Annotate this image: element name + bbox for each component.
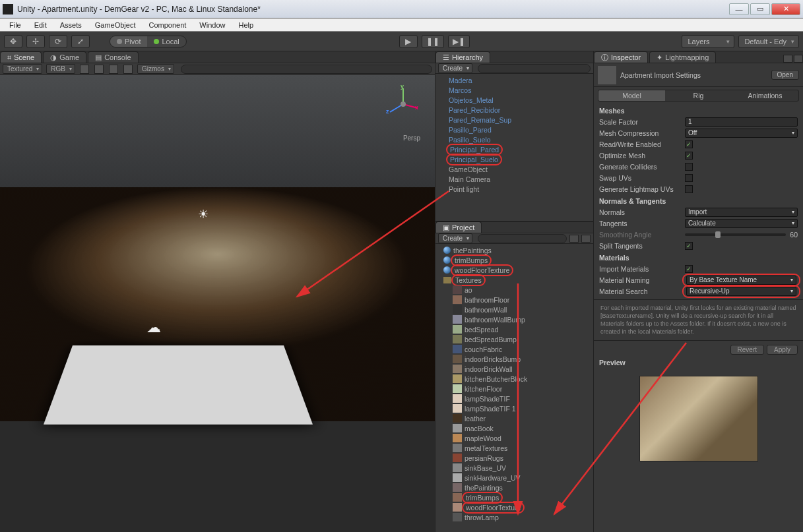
audio-toggle-icon[interactable]: [109, 65, 118, 74]
project-texture-item[interactable]: bedSpread: [435, 324, 593, 334]
tab-animations[interactable]: Animations: [732, 90, 798, 101]
tab-project[interactable]: ▣ Project: [435, 222, 482, 233]
hierarchy-item[interactable]: Point light: [435, 184, 593, 194]
project-material-item[interactable]: thePaintings: [435, 245, 593, 255]
camera-gizmo-icon[interactable]: ☁: [146, 319, 161, 336]
project-texture-item[interactable]: sinkBase_UV: [435, 463, 593, 473]
hierarchy-item[interactable]: Pasillo_Pared: [435, 125, 593, 134]
project-texture-item[interactable]: ao: [435, 285, 593, 295]
project-texture-item[interactable]: macBook: [435, 423, 593, 433]
import-tabs[interactable]: Model Rig Animations: [598, 90, 799, 102]
project-texture-item[interactable]: lampShadeTIF 1: [435, 403, 593, 413]
project-texture-item[interactable]: indoorBricksBump: [435, 354, 593, 364]
hierarchy-item[interactable]: Marcos: [435, 85, 593, 95]
material-search-dropdown[interactable]: Recursive-Up: [686, 287, 796, 296]
scale-factor-field[interactable]: 1: [685, 117, 798, 127]
normals-dropdown[interactable]: Import: [685, 208, 798, 217]
tab-rig[interactable]: Rig: [665, 90, 732, 101]
project-texture-item[interactable]: bathroomWallBump: [435, 314, 593, 324]
2d-toggle-icon[interactable]: [80, 65, 89, 74]
scene-viewport[interactable]: ☀ ☁ yxz Persp: [0, 75, 435, 532]
tab-console[interactable]: ▤Console: [88, 51, 138, 63]
hierarchy-item[interactable]: Pared_Recibidor: [435, 105, 593, 115]
tab-model[interactable]: Model: [598, 90, 665, 101]
fx-toggle-icon[interactable]: [123, 65, 133, 74]
project-create-dropdown[interactable]: Create: [438, 233, 472, 243]
move-tool[interactable]: ✢: [26, 35, 45, 48]
hierarchy-item[interactable]: Main Camera: [435, 174, 593, 184]
scale-tool[interactable]: ⤢: [71, 35, 90, 48]
menu-window[interactable]: Window: [194, 20, 230, 30]
project-fav-icon[interactable]: [569, 235, 579, 243]
material-naming-dropdown[interactable]: By Base Texture Name: [686, 276, 796, 285]
inspector-menu-icon[interactable]: [794, 55, 803, 63]
project-texture-item[interactable]: mapleWood: [435, 433, 593, 443]
tab-scene[interactable]: ⌗Scene: [0, 51, 42, 63]
pivot-toggle[interactable]: Pivot Local: [110, 36, 187, 47]
hierarchy-item[interactable]: GameObject: [435, 164, 593, 174]
project-texture-item[interactable]: kitchenFloor: [435, 384, 593, 394]
menu-assets[interactable]: Assets: [55, 20, 87, 30]
swap-uvs-checkbox[interactable]: [685, 174, 693, 182]
apply-button[interactable]: Apply: [767, 345, 798, 355]
close-button[interactable]: ✕: [771, 3, 800, 15]
light-toggle-icon[interactable]: [94, 65, 104, 74]
project-texture-item[interactable]: woodFloorTexture: [435, 502, 593, 512]
tangents-dropdown[interactable]: Calculate: [685, 219, 798, 228]
gen-colliders-checkbox[interactable]: [685, 163, 693, 171]
tab-inspector[interactable]: ⓘ Inspector: [594, 51, 648, 63]
project-texture-item[interactable]: sinkHardware_UV: [435, 473, 593, 483]
preview-thumbnail[interactable]: [639, 376, 758, 461]
project-material-item[interactable]: woodFloorTexture: [435, 265, 593, 275]
project-list[interactable]: thePaintingstrimBumpswoodFloorTextureTex…: [435, 244, 593, 532]
light-gizmo-icon[interactable]: ☀: [198, 207, 209, 222]
hierarchy-item[interactable]: Principal_Suelo: [435, 154, 593, 164]
project-texture-item[interactable]: indoorBrickWall: [435, 364, 593, 374]
project-texture-item[interactable]: persianRugs: [435, 453, 593, 463]
project-texture-item[interactable]: bathroomWall: [435, 305, 593, 314]
menu-edit[interactable]: Edit: [29, 20, 52, 30]
project-texture-item[interactable]: couchFabric: [435, 344, 593, 354]
layers-dropdown[interactable]: Layers: [682, 35, 734, 48]
smoothing-slider[interactable]: [685, 233, 786, 236]
revert-button[interactable]: Revert: [730, 345, 764, 355]
project-texture-item[interactable]: throwLamp: [435, 512, 593, 522]
inspector-lock-icon[interactable]: [783, 55, 792, 63]
tab-game[interactable]: ◑Game: [43, 51, 86, 63]
open-button[interactable]: Open: [771, 70, 799, 80]
hierarchy-item[interactable]: Principal_Pared: [435, 144, 593, 154]
menu-file[interactable]: File: [4, 20, 26, 30]
hand-tool[interactable]: ✥: [4, 35, 22, 48]
project-texture-item[interactable]: kitchenButcherBlock: [435, 374, 593, 384]
layout-dropdown[interactable]: Default - Edy: [738, 35, 799, 48]
hierarchy-item[interactable]: Pasillo_Suelo: [435, 134, 593, 144]
project-material-item[interactable]: trimBumps: [435, 255, 593, 265]
menu-component[interactable]: Component: [143, 20, 191, 30]
import-materials-checkbox[interactable]: ✓: [685, 265, 693, 273]
step-button[interactable]: ▶❚: [448, 35, 470, 48]
project-texture-item[interactable]: leather: [435, 413, 593, 423]
hierarchy-item[interactable]: Objetos_Metal: [435, 95, 593, 105]
hierarchy-item[interactable]: Madera: [435, 75, 593, 85]
project-texture-item[interactable]: bedSpreadBump: [435, 334, 593, 344]
project-texture-item[interactable]: lampShadeTIF: [435, 394, 593, 403]
pivot-seg[interactable]: Pivot: [110, 36, 147, 47]
split-tangents-checkbox[interactable]: ✓: [685, 242, 693, 250]
menu-gameobject[interactable]: GameObject: [90, 20, 141, 30]
hierarchy-item[interactable]: Pared_Remate_Sup: [435, 115, 593, 125]
tab-lightmapping[interactable]: ✦ Lightmapping: [649, 51, 716, 63]
hierarchy-list[interactable]: MaderaMarcosObjetos_MetalPared_Recibidor…: [435, 74, 593, 221]
hierarchy-search[interactable]: [478, 64, 591, 73]
project-texture-item[interactable]: trimBumps: [435, 492, 593, 502]
scene-search[interactable]: [181, 65, 432, 74]
local-seg[interactable]: Local: [147, 36, 185, 47]
project-folder-textures[interactable]: Textures: [435, 275, 593, 285]
maximize-button[interactable]: ▭: [750, 3, 770, 15]
render-dropdown[interactable]: RGB: [46, 64, 75, 74]
readwrite-checkbox[interactable]: ✓: [685, 140, 693, 148]
mesh-compression-dropdown[interactable]: Off: [685, 129, 798, 138]
project-texture-item[interactable]: thePaintings: [435, 483, 593, 492]
optimize-mesh-checkbox[interactable]: ✓: [685, 152, 693, 160]
gen-lightmap-checkbox[interactable]: [685, 185, 693, 193]
hierarchy-create-dropdown[interactable]: Create: [438, 63, 472, 73]
